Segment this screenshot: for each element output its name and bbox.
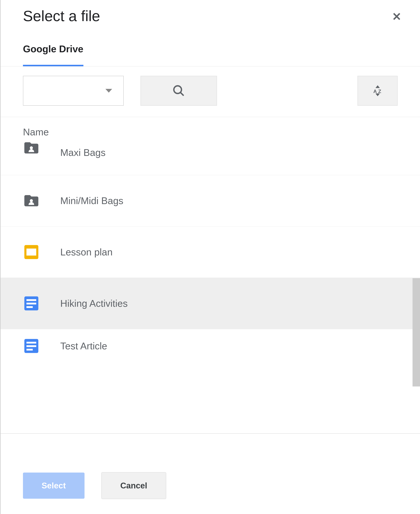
footer: Select Cancel <box>0 472 420 499</box>
doc-icon <box>23 295 40 312</box>
file-name: Hiking Activities <box>60 298 128 309</box>
search-button[interactable] <box>141 76 217 106</box>
close-icon: ✕ <box>392 10 401 23</box>
svg-rect-15 <box>27 342 36 343</box>
svg-rect-12 <box>27 303 36 304</box>
file-row[interactable]: Lesson plan <box>0 226 420 278</box>
doc-icon <box>23 338 40 354</box>
svg-rect-11 <box>27 299 36 301</box>
file-name: Mini/Midi Bags <box>60 195 123 206</box>
footer-divider <box>0 433 420 434</box>
cancel-button[interactable]: Cancel <box>101 472 166 499</box>
file-row[interactable]: Mini/Midi Bags <box>0 175 420 226</box>
search-icon <box>172 84 185 97</box>
slides-icon <box>23 244 40 261</box>
svg-point-6 <box>30 146 33 150</box>
dialog-title: Select a file <box>23 8 100 25</box>
chevron-down-icon <box>105 89 112 92</box>
svg-point-7 <box>30 199 33 202</box>
shared-folder-icon <box>23 192 40 209</box>
sort-button[interactable]: A Z <box>358 76 398 106</box>
svg-rect-17 <box>27 349 33 350</box>
svg-rect-13 <box>27 306 33 308</box>
svg-point-0 <box>174 86 181 93</box>
shared-folder-icon <box>23 139 40 156</box>
svg-text:A: A <box>373 89 377 94</box>
sort-az-icon: A Z <box>371 84 384 97</box>
file-name: Test Article <box>60 340 107 352</box>
close-button[interactable]: ✕ <box>392 8 401 23</box>
svg-rect-9 <box>27 248 36 256</box>
svg-rect-16 <box>27 345 36 347</box>
file-name: Lesson plan <box>60 246 112 258</box>
tab-google-drive[interactable]: Google Drive <box>23 43 83 66</box>
file-row[interactable]: Test Article <box>0 329 420 363</box>
select-button[interactable]: Select <box>23 473 84 499</box>
file-list: Maxi Bags Mini/Midi Bags Lesson plan <box>0 145 420 363</box>
svg-marker-5 <box>375 93 380 96</box>
filter-dropdown[interactable] <box>23 76 124 106</box>
svg-line-1 <box>180 92 184 96</box>
svg-marker-2 <box>375 85 380 88</box>
file-row[interactable]: Hiking Activities <box>0 278 420 329</box>
toolbar: A Z <box>0 67 420 115</box>
svg-text:Z: Z <box>378 89 381 94</box>
scrollbar-thumb[interactable] <box>412 278 420 386</box>
column-header-name[interactable]: Name <box>0 117 420 145</box>
file-row[interactable]: Maxi Bags <box>0 145 420 175</box>
file-name: Maxi Bags <box>60 147 106 158</box>
